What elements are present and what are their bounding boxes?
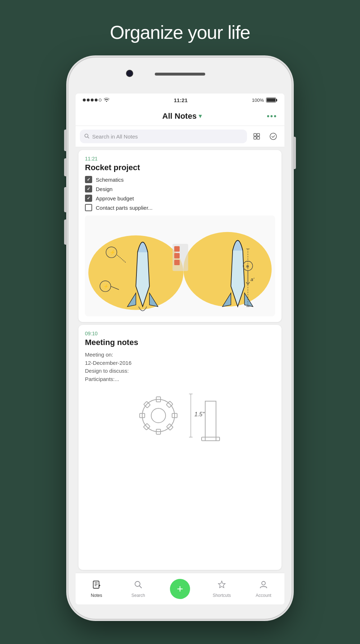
front-camera [126,70,133,77]
tab-bar: Notes Search + [76,573,284,604]
note-time-rocket: 11:21 [85,156,275,162]
svg-text:1.5": 1.5" [194,411,205,417]
rocket-sketch: a' ⚡ ⚡ [85,216,275,316]
checklist-label-supplier: Contact parts supplier... [96,205,153,211]
svg-line-44 [140,586,142,588]
signal-dot-4 [95,99,98,101]
search-tab-icon [134,580,143,591]
note-card-rocket[interactable]: 11:21 Rocket project Schematics Design A… [78,150,282,322]
tab-add-wrapper: + [159,579,201,599]
signal-dot-3 [91,99,94,101]
svg-line-1 [88,137,89,138]
checkbox-supplier[interactable] [85,204,92,211]
checklist-item-schematics: Schematics [85,176,275,183]
search-bar[interactable]: Search in All Notes [80,130,247,143]
svg-rect-16 [174,260,180,265]
note-card-meeting[interactable]: 09:10 Meeting notes Meeting on:12-Decemb… [78,325,282,570]
notes-list: 11:21 Rocket project Schematics Design A… [76,147,284,573]
note-body-meeting: Meeting on:12-December-2016Design to dis… [85,351,275,383]
svg-rect-36 [205,401,216,441]
phone-top-bar [68,58,292,94]
more-options-icon[interactable]: ••• [267,112,277,121]
svg-rect-4 [257,133,260,136]
svg-point-6 [270,133,276,140]
note-title-meeting: Meeting notes [85,338,275,347]
volume-up-button [64,187,67,212]
shortcuts-tab-icon [217,580,226,591]
tab-account-label: Account [256,593,271,598]
status-left [83,97,109,103]
volume-down-button [64,219,67,245]
checklist-label-schematics: Schematics [96,177,124,183]
note-title-rocket: Rocket project [85,163,275,172]
checkbox-schematics[interactable] [85,176,92,183]
speaker [155,73,205,76]
svg-rect-39 [93,581,99,588]
svg-rect-37 [202,437,220,441]
checkbox-design[interactable] [85,185,92,192]
header-title[interactable]: All Notes ▾ [162,112,202,121]
account-tab-icon [259,580,268,591]
signal-dot-1 [83,99,86,101]
checklist-label-budget: Approve budget [96,195,134,201]
checklist-item-budget: Approve budget [85,195,275,202]
signal-dot-2 [87,99,90,101]
search-container: Search in All Notes [76,126,284,147]
tab-notes-label: Notes [91,593,102,598]
svg-point-45 [262,581,265,585]
signal-dots [83,99,102,101]
tab-shortcuts[interactable]: Shortcuts [201,573,243,604]
notes-tab-icon [92,580,101,591]
svg-text:⚡: ⚡ [109,249,116,255]
add-note-button[interactable]: + [170,579,190,599]
tag-filter-icon[interactable] [250,130,264,143]
checklist-rocket: Schematics Design Approve budget Contact… [85,176,275,211]
checkbox-budget[interactable] [85,195,92,202]
svg-rect-14 [174,246,180,251]
svg-rect-5 [257,137,260,139]
tab-account[interactable]: Account [243,573,284,604]
svg-text:a': a' [251,277,254,282]
svg-point-24 [151,408,166,423]
phone-screen: 11:21 100% All Notes ▾ ••• [76,94,284,604]
status-right: 100% [252,97,277,103]
tab-shortcuts-label: Shortcuts [213,593,231,598]
svg-text:⊕: ⊕ [246,264,249,268]
phone-shell: 11:21 100% All Notes ▾ ••• [68,58,292,619]
checklist-filter-icon[interactable] [266,130,280,143]
checklist-item-design: Design [85,185,275,192]
wifi-icon [104,97,109,103]
gear-sketch: 1.5" [85,387,275,444]
silent-button [64,158,67,176]
signal-dot-5 [99,99,102,101]
battery-icon [266,97,277,103]
checklist-label-design: Design [96,186,113,192]
battery-percentage: 100% [252,97,264,103]
svg-point-8 [183,232,271,307]
svg-rect-2 [254,133,256,136]
checklist-item-supplier: Contact parts supplier... [85,204,275,211]
search-placeholder: Search in All Notes [92,133,138,140]
svg-rect-15 [174,253,180,258]
tab-search-label: Search [131,593,145,598]
status-time: 11:21 [174,97,188,103]
svg-rect-3 [254,137,256,139]
tab-notes[interactable]: Notes [76,573,117,604]
svg-point-23 [142,399,175,432]
svg-text:⚡: ⚡ [103,284,109,289]
status-bar: 11:21 100% [76,94,284,106]
page-tagline: Organize your life [110,22,250,43]
all-notes-title: All Notes [162,112,197,121]
dropdown-chevron-icon[interactable]: ▾ [199,113,202,119]
note-time-meeting: 09:10 [85,331,275,336]
tab-search[interactable]: Search [117,573,159,604]
app-header: All Notes ▾ ••• [76,106,284,126]
search-icon [84,133,89,140]
